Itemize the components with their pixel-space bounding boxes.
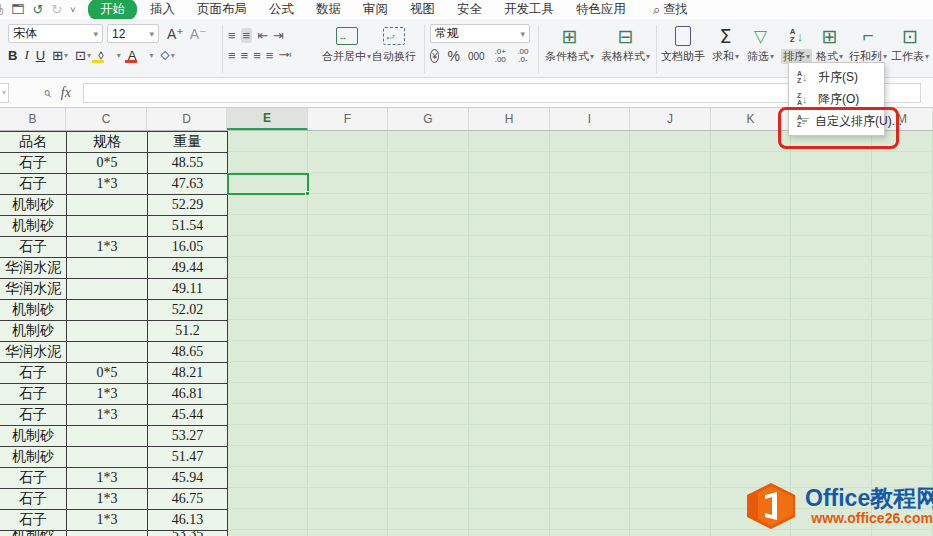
selected-cell[interactable] [227,173,309,195]
cell[interactable]: 52.29 [148,195,228,215]
cell[interactable]: 机制砂 [0,216,67,236]
column-header-E[interactable]: E [227,108,308,130]
cell[interactable]: 1*3 [67,237,148,257]
distribute-icon[interactable]: ⭲ [278,48,291,63]
print-preview-icon[interactable]: 🗔 [11,2,24,17]
cell[interactable] [67,426,148,446]
align-right-icon[interactable]: ≡ [253,48,261,63]
font-name-select[interactable]: 宋体▾ [8,24,103,43]
borders-button[interactable]: ⊞▾ [52,48,68,63]
cell[interactable]: 46.13 [148,510,228,530]
italic-button[interactable]: I [24,47,28,63]
cell[interactable]: 机制砂 [0,300,67,320]
cell[interactable]: 16.05 [148,237,228,257]
cell[interactable]: 石子 [0,468,67,488]
cell[interactable]: 48.21 [148,363,228,383]
tab-数据[interactable]: 数据 [307,0,350,20]
cell[interactable]: 石子 [0,405,67,425]
clear-format-button[interactable]: ⬦▾ [161,47,175,63]
cell[interactable]: 石子 [0,384,67,404]
save-icon[interactable]: ⎙ [0,2,3,18]
customize-toolbar-chevron-icon[interactable]: ˅ [70,5,75,15]
cell[interactable]: 1*3 [67,468,148,488]
cell[interactable] [67,279,148,299]
cell[interactable] [67,531,148,536]
number-format-select[interactable]: 常规▾ [430,24,530,43]
cell[interactable]: 51.2 [148,321,228,341]
cell[interactable]: 石子 [0,489,67,509]
cell[interactable] [67,300,148,320]
header-cell[interactable]: 品名 [0,132,67,152]
cell[interactable]: 石子 [0,363,67,383]
wrap-text-button[interactable]: ⮐ 自动换行 [372,23,416,73]
cell[interactable]: 45.94 [148,468,228,488]
percent-icon[interactable]: % [447,48,459,64]
align-center-icon[interactable]: ≡ [241,48,249,63]
cell[interactable]: 机制砂 [0,447,67,467]
cell[interactable]: 53.27 [148,426,228,446]
fill-color-button[interactable]: ⬨▾ [98,47,121,63]
table-style-button[interactable]: ⊟ 表格样式▾ [601,23,650,73]
fill-handle[interactable] [305,191,310,196]
cell[interactable]: 石子 [0,153,67,173]
justify-icon[interactable]: ≡ [266,48,274,63]
cell[interactable] [67,447,148,467]
decrease-indent-icon[interactable]: ⇤ [257,28,268,43]
tab-开始[interactable]: 开始 [88,0,137,20]
increase-indent-icon[interactable]: ⇥ [273,28,284,43]
tab-插入[interactable]: 插入 [141,0,184,20]
cell[interactable] [67,195,148,215]
name-box[interactable]: ˅ [0,83,9,103]
cell[interactable]: 47.63 [148,174,228,194]
thousands-icon[interactable]: 000 [468,51,485,62]
cell[interactable]: 48.55 [148,153,228,173]
header-cell[interactable]: 重量 [148,132,228,152]
cell[interactable]: 机制砂 [0,321,67,341]
cell[interactable] [67,342,148,362]
cell[interactable]: 45.44 [148,405,228,425]
conditional-format-button[interactable]: ⊞ 条件格式▾ [545,23,594,73]
cell[interactable]: 机制砂 [0,531,67,536]
column-header-F[interactable]: F [308,108,388,130]
doc-assistant-button[interactable]: 文档助手 [661,23,705,73]
cell[interactable]: 0*5 [67,153,148,173]
cell[interactable]: 46.75 [148,489,228,509]
cell[interactable]: 51.54 [148,216,228,236]
tab-页面布局[interactable]: 页面布局 [188,0,256,20]
align-left-icon[interactable]: ≡ [228,48,236,63]
cell[interactable]: 华润水泥 [0,258,67,278]
cell[interactable]: 49.11 [148,279,228,299]
cell[interactable]: 0*5 [67,363,148,383]
cell[interactable]: 48.65 [148,342,228,362]
tab-视图[interactable]: 视图 [401,0,444,20]
bold-button[interactable]: B [8,48,17,63]
header-cell[interactable]: 规格 [67,132,148,152]
cell[interactable] [67,321,148,341]
cell[interactable]: 石子 [0,174,67,194]
align-top-icon[interactable]: ≡ [228,28,236,43]
column-header-G[interactable]: G [388,108,469,130]
menu-item-升序(S)[interactable]: AZ↓升序(S) [789,66,884,88]
cell[interactable]: 52.02 [148,300,228,320]
column-header-J[interactable]: J [630,108,711,130]
cell[interactable] [67,258,148,278]
align-middle-icon[interactable]: ≡ [241,28,253,43]
tab-开发工具[interactable]: 开发工具 [495,0,563,20]
zoom-icon[interactable]: ⌕ [43,84,51,101]
tab-安全[interactable]: 安全 [448,0,491,20]
cell[interactable]: 机制砂 [0,426,67,446]
sum-button[interactable]: Σ 求和▾ [712,23,739,73]
cell[interactable]: 1*3 [67,405,148,425]
cell[interactable]: 华润水泥 [0,279,67,299]
column-header-B[interactable]: B [0,108,66,130]
increase-decimal-icon[interactable]: .0+ .00 [493,48,508,64]
cell[interactable]: 机制砂 [0,195,67,215]
cell[interactable]: 1*3 [67,510,148,530]
font-size-select[interactable]: 12▾ [107,24,159,43]
cell[interactable]: 华润水泥 [0,342,67,362]
merge-center-button[interactable]: ↔ 合并居中▾ [322,23,371,73]
worksheet-button[interactable]: ⊡ 工作表▾ [891,23,929,73]
find-button[interactable]: ⌕ 查找 [653,1,687,18]
cell[interactable]: 49.44 [148,258,228,278]
sheet-area[interactable]: 品名规格重量石子0*548.55石子1*347.63机制砂52.29机制砂51.… [0,131,933,536]
